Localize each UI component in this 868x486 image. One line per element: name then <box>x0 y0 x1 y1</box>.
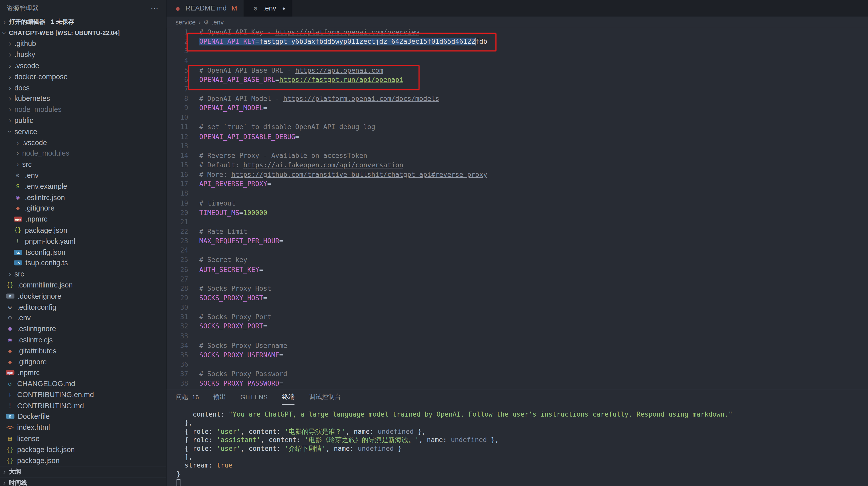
tree-item-.editorconfig[interactable]: ⊙.editorconfig <box>0 302 166 312</box>
tree-item-label: CHANGELOG.md <box>17 380 75 388</box>
tree-item-pnpm-lock.yaml[interactable]: !pnpm-lock.yaml <box>0 235 166 247</box>
breadcrumb-item-service[interactable]: service <box>176 19 196 26</box>
tree-item-.dockerignore[interactable]: D.dockerignore <box>0 290 166 302</box>
tree-item-public[interactable]: ›public <box>0 115 166 126</box>
code-line[interactable]: 5# OpenAI API Base URL - https://api.ope… <box>167 66 868 75</box>
code-line[interactable]: 13 <box>167 142 868 151</box>
panel-tab-terminal[interactable]: 终端 <box>282 389 295 405</box>
panel-tab-gitlens[interactable]: GITLENS <box>240 389 268 405</box>
tree-item-kubernetes[interactable]: ›kubernetes <box>0 93 166 104</box>
tree-item-node_modules[interactable]: ›node_modules <box>0 148 166 159</box>
code-line[interactable]: 36 <box>167 360 868 370</box>
code-line[interactable]: 8# OpenAI API Model - https://platform.o… <box>167 94 868 104</box>
tree-item-.gitignore[interactable]: ◆.gitignore <box>0 203 166 214</box>
code-line[interactable]: 1# OpenAI API Key - https://platform.ope… <box>167 28 868 37</box>
code-line[interactable]: 7 <box>167 85 868 94</box>
tree-item-.env[interactable]: ⚙.env <box>0 170 166 181</box>
tree-item-src[interactable]: ›src <box>0 268 166 280</box>
tree-item-package-lock.json[interactable]: {}package-lock.json <box>0 444 166 455</box>
breadcrumb-item-env[interactable]: .env <box>212 19 224 26</box>
tree-item-index.html[interactable]: <>index.html <box>0 422 166 433</box>
tab-env[interactable]: ⚙.env● <box>244 0 292 17</box>
code-line[interactable]: 38SOCKS_PROXY_PASSWORD= <box>167 379 868 389</box>
line-number: 31 <box>167 312 188 322</box>
code-editor[interactable]: 1# OpenAI API Key - https://platform.ope… <box>167 28 868 389</box>
code-line[interactable]: 29SOCKS_PROXY_HOST= <box>167 293 868 303</box>
code-line[interactable]: 23MAX_REQUEST_PER_HOUR= <box>167 236 868 246</box>
tree-item-dockerfile[interactable]: DDockerfile <box>0 411 166 422</box>
tree-item-tsup.config.ts[interactable]: TStsup.config.ts <box>0 257 166 268</box>
tree-item-package.json[interactable]: {}package.json <box>0 455 166 466</box>
tree-item-node_modules[interactable]: ›node_modules <box>0 104 166 115</box>
code-line[interactable]: 14# Reverse Proxy - Available on accessT… <box>167 151 868 161</box>
code-line[interactable]: 31# Socks Proxy Port <box>167 312 868 322</box>
panel-tab-problems[interactable]: 问题16 <box>176 389 199 405</box>
tree-item-.eslintignore[interactable]: ◉.eslintignore <box>0 323 166 335</box>
code-line[interactable]: 18 <box>167 189 868 199</box>
code-line[interactable]: 11# set `true` to disable OpenAI API deb… <box>167 123 868 132</box>
code-line[interactable]: 16# More: https://github.com/transitive-… <box>167 170 868 179</box>
explorer-more-actions-icon[interactable]: ⋯ <box>151 4 158 13</box>
tree-item-.github[interactable]: ›.github <box>0 38 166 49</box>
panel-tab-output[interactable]: 输出 <box>213 389 226 405</box>
code-line[interactable]: 26AUTH_SECRET_KEY= <box>167 265 868 275</box>
code-text: SOCKS_PROXY_HOST= <box>199 293 267 303</box>
tree-item-.env[interactable]: ⚙.env <box>0 312 166 323</box>
panel-tab-debug-console[interactable]: 调试控制台 <box>309 389 341 405</box>
outline-section-header[interactable]: › 大纲 <box>0 466 166 477</box>
tree-item-contributing.md[interactable]: !CONTRIBUTING.md <box>0 400 166 411</box>
tree-item-label: .editorconfig <box>17 303 56 311</box>
terminal-output[interactable]: content: "You are ChatGPT, a large langu… <box>167 405 868 486</box>
tree-item-tsconfig.json[interactable]: tstsconfig.json <box>0 247 166 257</box>
project-root-header[interactable]: › CHATGPT-WEB [WSL: UBUNTU-22.04] <box>0 27 166 38</box>
code-line[interactable]: 37# Socks Proxy Password <box>167 370 868 379</box>
tree-item-docs[interactable]: ›docs <box>0 82 166 93</box>
tree-item-.vscode[interactable]: ›.vscode <box>0 137 166 148</box>
tree-item-.vscode[interactable]: ›.vscode <box>0 60 166 71</box>
code-line[interactable]: 17API_REVERSE_PROXY= <box>167 179 868 189</box>
code-line[interactable]: 24 <box>167 246 868 256</box>
tree-item-license[interactable]: ▤license <box>0 433 166 444</box>
code-line[interactable]: 32SOCKS_PROXY_PORT= <box>167 322 868 332</box>
code-line[interactable]: 2OPENAI_API_KEY=fastgpt-y6b3axfbdd5wyp01… <box>167 37 868 47</box>
code-line[interactable]: 25# Secret key <box>167 256 868 265</box>
code-line[interactable]: 12OPENAI_API_DISABLE_DEBUG= <box>167 132 868 142</box>
code-line[interactable]: 10 <box>167 113 868 123</box>
tree-item-changelog.md[interactable]: ↺CHANGELOG.md <box>0 378 166 389</box>
tree-item-.npmrc[interactable]: npm.npmrc <box>0 214 166 225</box>
tree-item-.eslintrc.json[interactable]: ◉.eslintrc.json <box>0 192 166 203</box>
tree-item-src[interactable]: ›src <box>0 159 166 170</box>
tree-item-.commitlintrc.json[interactable]: {}.commitlintrc.json <box>0 280 166 290</box>
open-editors-section-header[interactable]: › 打开的编辑器 1 未保存 <box>0 17 166 27</box>
code-line[interactable]: 4 <box>167 56 868 66</box>
code-line[interactable]: 6OPENAI_API_BASE_URL=https://fastgpt.run… <box>167 75 868 85</box>
tree-item-.gitattributes[interactable]: ◆.gitattributes <box>0 345 166 356</box>
code-line[interactable]: 22# Rate Limit <box>167 227 868 236</box>
code-line[interactable]: 28# Socks Proxy Host <box>167 284 868 293</box>
code-line[interactable]: 35SOCKS_PROXY_USERNAME= <box>167 351 868 360</box>
code-line[interactable]: 19# timeout <box>167 199 868 208</box>
code-line[interactable]: 27 <box>167 275 868 284</box>
tree-item-.gitignore[interactable]: ◆.gitignore <box>0 356 166 367</box>
code-line[interactable]: 15# Default: https://ai.fakeopen.com/api… <box>167 161 868 170</box>
code-text: OPENAI_API_DISABLE_DEBUG= <box>199 132 299 142</box>
tree-item-service[interactable]: ›service <box>0 126 166 137</box>
unsaved-dot-icon[interactable]: ● <box>282 5 285 11</box>
tree-item-.eslintrc.cjs[interactable]: ◉.eslintrc.cjs <box>0 335 166 345</box>
tree-item-contributing.en.md[interactable]: ↓CONTRIBUTING.en.md <box>0 389 166 400</box>
code-line[interactable]: 21 <box>167 218 868 227</box>
tree-item-.npmrc[interactable]: npm.npmrc <box>0 367 166 378</box>
tab-readme[interactable]: ●README.mdM <box>167 0 244 17</box>
code-line[interactable]: 34# Socks Proxy Username <box>167 341 868 350</box>
code-line[interactable]: 30 <box>167 303 868 312</box>
tree-item-.env.example[interactable]: $.env.example <box>0 181 166 192</box>
code-line[interactable]: 33 <box>167 332 868 341</box>
code-line[interactable]: 9OPENAI_API_MODEL= <box>167 104 868 113</box>
panel-tab-label: 问题 <box>176 393 188 401</box>
code-line[interactable]: 20TIMEOUT_MS=100000 <box>167 208 868 218</box>
tree-item-.husky[interactable]: ›.husky <box>0 49 166 60</box>
code-line[interactable]: 3 <box>167 47 868 56</box>
tree-item-package.json[interactable]: {}package.json <box>0 225 166 236</box>
timeline-section-header[interactable]: › 时间线 <box>0 477 166 486</box>
tree-item-docker-compose[interactable]: ›docker-compose <box>0 71 166 82</box>
